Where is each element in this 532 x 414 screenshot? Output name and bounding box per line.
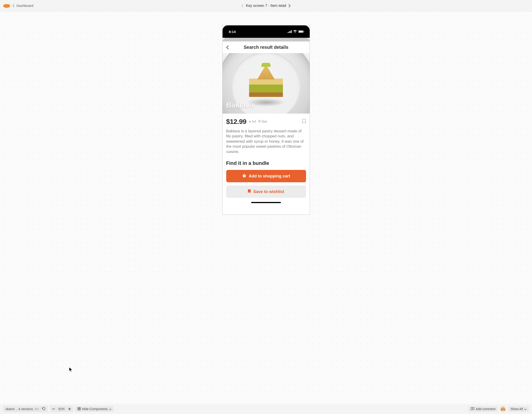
svg-point-9 [244,176,245,177]
show-all-label: Show All [511,407,523,411]
star-icon: ★ [249,120,251,123]
save-wishlist-label: Save to wishlist [253,189,284,194]
version-count: 4 versions [18,407,33,411]
svg-rect-2 [289,31,290,33]
app-logo[interactable] [3,3,10,9]
svg-rect-14 [79,407,81,408]
zoom-control: 92% [50,406,73,412]
app-header: Search result details [223,41,310,53]
wifi-icon [293,30,297,33]
breadcrumb[interactable]: Dashboard [3,3,33,9]
svg-rect-13 [78,407,79,408]
clock-icon [258,120,261,123]
bookmark-filled-icon [248,189,251,194]
svg-rect-16 [79,409,81,410]
page-nav: Key screen 7 - Item ietail [241,4,291,8]
page-title[interactable]: Key screen 7 - Item ietail [246,4,286,8]
cellular-icon [288,30,292,33]
svg-rect-1 [288,32,288,33]
components-icon [77,407,81,411]
svg-rect-7 [304,31,304,32]
svg-rect-6 [299,31,303,32]
cta-row: Add to shopping cart Save to wishlist [223,166,310,201]
add-to-cart-label: Add to shopping cart [249,174,290,179]
version-chip[interactable]: okanci, 4 versions 3m [3,406,48,412]
avatar-emoji: 🙉 [501,407,505,411]
svg-rect-4 [291,30,292,33]
prev-page-button[interactable] [241,4,244,7]
phone-status-bar: 8:14 [223,25,310,38]
version-user: okanci [6,407,15,411]
svg-rect-15 [78,409,79,410]
basket-icon [242,174,247,179]
chevron-down-icon [109,407,111,411]
design-canvas[interactable]: 8:14 Search result details [0,11,532,414]
chevron-left-icon [12,4,15,7]
next-page-button[interactable] [288,4,291,7]
price: $12.99 [226,118,247,126]
phone-artboard[interactable]: 8:14 Search result details [222,25,310,215]
prep-time: 31m [262,120,267,123]
hide-components-label: Hide Components [82,407,108,411]
hero-image: Baklava [223,53,310,114]
history-icon[interactable] [42,407,46,411]
add-comment-button[interactable]: Add comment [468,406,498,412]
zoom-out-button[interactable] [50,406,57,412]
bookmark-button[interactable] [302,118,306,125]
phone-sheet-handle [223,38,310,41]
item-description: Baklava is a layered pastry dessert made… [226,129,306,154]
save-to-wishlist-button[interactable]: Save to wishlist [226,186,306,198]
add-to-cart-button[interactable]: Add to shopping cart [226,170,306,182]
bottom-toolbar: okanci, 4 versions 3m 92% Hide Component… [0,404,532,414]
hero-title: Baklava [226,101,254,109]
add-comment-label: Add comment [476,407,495,411]
svg-rect-10 [52,409,55,409]
item-details: $12.99 ★ 5.0 31m Baklava is a layered pa… [223,114,310,166]
topbar: Dashboard Key screen 7 - Item ietail [0,0,532,11]
zoom-level[interactable]: 92% [57,407,66,411]
show-all-button[interactable]: Show All [508,406,529,412]
bundle-heading: Find it in a bundle [226,160,306,166]
svg-rect-3 [290,31,291,33]
phone-time: 8:14 [229,30,236,34]
rating-value: 5.0 [252,120,256,123]
avatar[interactable]: 🙉 [500,406,506,412]
home-indicator [251,202,281,203]
chevron-down-icon [524,407,526,411]
battery-icon [298,30,304,33]
svg-rect-12 [68,409,71,409]
version-age: 3m [34,407,39,411]
app-header-title: Search result details [226,45,306,50]
hide-components-button[interactable]: Hide Components [75,406,114,412]
breadcrumb-label[interactable]: Dashboard [17,4,33,8]
comment-icon [471,407,474,411]
zoom-in-button[interactable] [66,406,73,412]
